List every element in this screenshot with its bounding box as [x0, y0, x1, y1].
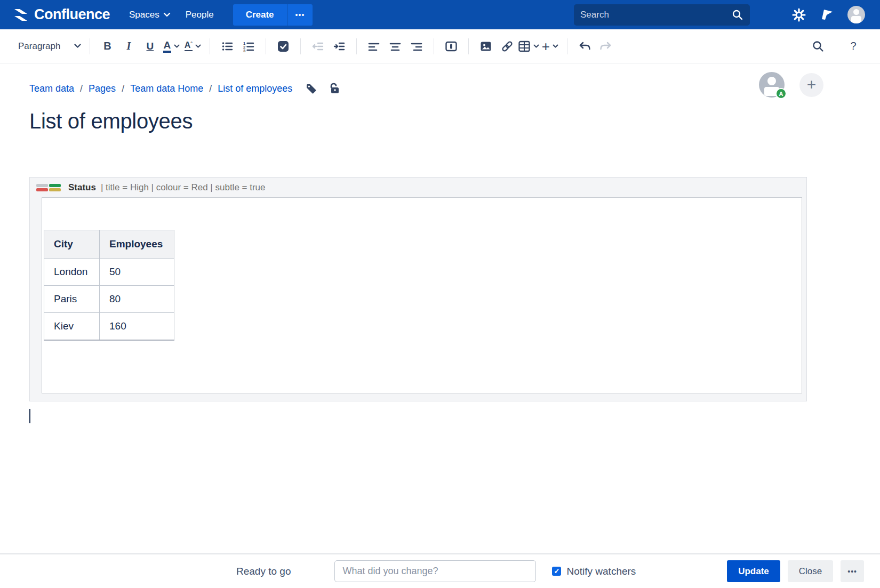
breadcrumb-icons [306, 83, 340, 94]
settings-button[interactable] [792, 8, 806, 22]
page-layout-icon [445, 40, 458, 53]
toolbar-separator [90, 38, 90, 54]
status-macro[interactable]: Status | title = High | colour = Red | s… [29, 177, 807, 401]
task-list-button[interactable] [273, 36, 294, 57]
unlocked-icon[interactable] [330, 83, 340, 94]
breadcrumb-separator: / [80, 83, 83, 94]
notifications-button[interactable] [820, 8, 834, 22]
breadcrumb-current-link[interactable]: List of employees [218, 83, 292, 94]
more-formatting-dropdown[interactable]: A° [182, 36, 203, 57]
breadcrumb-space-link[interactable]: Team data [29, 83, 74, 94]
nav-left: Confluence Spaces People Create ••• [13, 4, 313, 26]
user-avatar[interactable] [847, 6, 865, 23]
table-cell[interactable]: London [44, 259, 100, 286]
paragraph-style-dropdown[interactable]: Paragraph [16, 36, 83, 57]
formatting-icon: A° [185, 41, 193, 51]
link-icon [500, 39, 514, 53]
table-header-employees[interactable]: Employees [100, 230, 174, 259]
table-icon [518, 40, 531, 53]
add-contributor-button[interactable]: + [799, 73, 823, 97]
table-row: Kiev 160 [44, 313, 174, 341]
align-right-button[interactable] [406, 36, 427, 57]
confluence-logo[interactable]: Confluence [13, 6, 110, 23]
notify-watchers-label: Notify watchers [566, 566, 636, 577]
toolbar-right: ? [807, 36, 864, 57]
chevron-down-icon [553, 44, 558, 49]
breadcrumb-separator: / [209, 83, 212, 94]
contributor-avatar[interactable]: A [759, 72, 785, 98]
close-button[interactable]: Close [788, 560, 833, 582]
table-row: London 50 [44, 259, 174, 286]
svg-text:3: 3 [243, 48, 245, 53]
breadcrumb-pages-link[interactable]: Pages [89, 83, 116, 94]
breadcrumb-separator: / [122, 83, 124, 94]
update-button[interactable]: Update [727, 560, 780, 582]
italic-icon: I [126, 40, 131, 52]
table-header-city[interactable]: City [44, 230, 100, 259]
question-mark-icon: ? [850, 40, 856, 52]
align-left-button[interactable] [363, 36, 385, 57]
table-cell[interactable]: Paris [44, 286, 100, 313]
underline-icon: U [147, 41, 154, 52]
bold-button[interactable]: B [97, 36, 118, 57]
more-actions-button[interactable]: ••• [841, 560, 864, 582]
insert-link-button[interactable] [497, 36, 518, 57]
nav-people-link[interactable]: People [178, 10, 221, 20]
insert-table-dropdown[interactable] [518, 36, 539, 57]
status-macro-icon [36, 184, 61, 191]
page-people: A + [759, 72, 823, 98]
checkbox-checked-icon[interactable]: ✓ [552, 567, 561, 576]
italic-button[interactable]: I [118, 36, 139, 57]
confluence-mark-icon [13, 7, 29, 23]
outdent-button[interactable] [307, 36, 329, 57]
nav-right: ? [574, 4, 865, 26]
gear-icon [792, 8, 806, 22]
bold-icon: B [103, 40, 111, 52]
notify-watchers-toggle[interactable]: ✓ Notify watchers [552, 566, 636, 577]
text-color-dropdown[interactable]: A [161, 36, 182, 57]
plus-icon: + [542, 39, 550, 53]
chevron-down-icon [163, 12, 171, 18]
align-center-button[interactable] [385, 36, 406, 57]
search-input[interactable] [580, 10, 732, 20]
create-more-button[interactable]: ••• [287, 4, 313, 26]
status-macro-header[interactable]: Status | title = High | colour = Red | s… [30, 178, 806, 197]
chevron-down-icon [174, 44, 180, 49]
find-replace-button[interactable] [807, 36, 829, 57]
table-cell[interactable]: 80 [100, 286, 174, 313]
help-icon[interactable]: ? [764, 7, 778, 22]
flag-icon [820, 8, 834, 22]
page-layout-button[interactable] [441, 36, 462, 57]
search-box[interactable] [574, 4, 750, 26]
toolbar-separator [468, 38, 469, 54]
underline-button[interactable]: U [139, 36, 161, 57]
create-button[interactable]: Create [233, 4, 287, 26]
task-checkbox-icon [277, 40, 290, 53]
breadcrumb-home-link[interactable]: Team data Home [130, 83, 203, 94]
avatar-head [853, 9, 859, 15]
numbered-list-button[interactable]: 123 [238, 36, 259, 57]
table-cell[interactable]: 160 [100, 313, 174, 341]
indent-icon [333, 40, 346, 53]
toolbar-separator [266, 38, 266, 54]
insert-more-dropdown[interactable]: + [539, 36, 561, 57]
chevron-down-icon [533, 44, 539, 49]
outdent-icon [311, 40, 324, 53]
top-navbar: Confluence Spaces People Create ••• [0, 0, 880, 29]
nav-spaces-menu[interactable]: Spaces [122, 10, 178, 20]
align-left-icon [367, 40, 380, 53]
nav-people-label: People [186, 10, 214, 20]
table-cell[interactable]: Kiev [44, 313, 100, 341]
indent-button[interactable] [329, 36, 350, 57]
version-comment-input[interactable] [334, 560, 536, 582]
table-header-row: City Employees [44, 230, 174, 259]
editor-help-button[interactable]: ? [843, 36, 864, 57]
status-macro-body[interactable]: City Employees London 50 Paris 80 [42, 197, 802, 393]
bullet-list-button[interactable] [217, 36, 238, 57]
insert-image-button[interactable] [475, 36, 497, 57]
redo-button[interactable] [595, 36, 617, 57]
undo-button[interactable] [574, 36, 595, 57]
page-title[interactable]: List of employees [29, 109, 193, 133]
table-cell[interactable]: 50 [100, 259, 174, 286]
labels-tag-icon[interactable] [306, 83, 317, 94]
